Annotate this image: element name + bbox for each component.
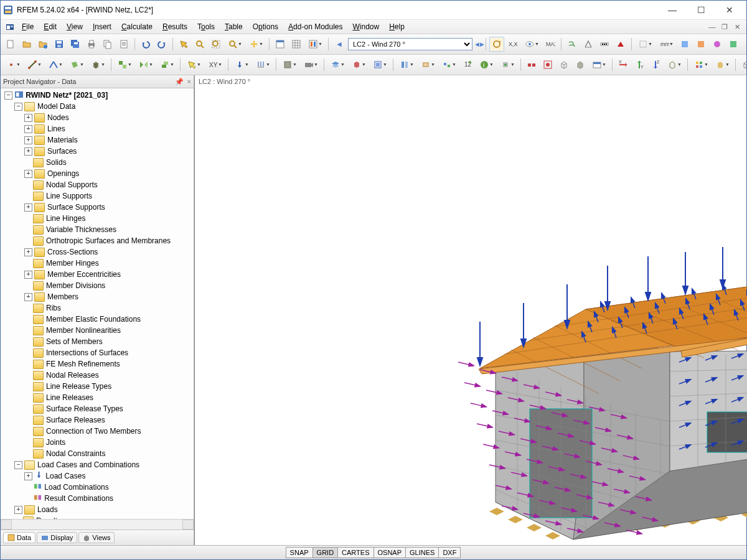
mdi-icon[interactable] [3,21,17,32]
extrude-tool[interactable]: ▼ [157,57,177,72]
tree-cross-sections[interactable]: Cross-Sections [47,248,98,256]
open-project-button[interactable] [35,37,50,52]
tab-display[interactable]: Display [37,532,77,543]
tree-line-supports[interactable]: Line Supports [46,192,92,200]
tree-h-scrollbar[interactable] [1,519,194,530]
max-values-button[interactable]: MAX [543,37,558,52]
wireframe-button[interactable] [739,57,746,72]
zoom-window-button[interactable] [192,37,207,52]
print-button[interactable] [84,37,99,52]
tree-member-divisions[interactable]: Member Divisions [46,281,105,290]
open-file-button[interactable] [19,37,34,52]
line-load-tool[interactable]: ▼ [253,57,273,72]
status-grid-button[interactable]: GRID [312,547,339,558]
iso-button[interactable]: ▼ [664,57,684,72]
status-cartes-button[interactable]: CARTES [337,547,374,558]
render-tool[interactable]: ▼ [349,57,369,72]
table-button[interactable] [289,37,304,52]
status-osnap-button[interactable]: OSNAP [374,547,406,558]
loadcase-prev-button[interactable]: ◄ [474,37,477,51]
node-tool[interactable]: ▼ [3,57,23,72]
tree-load-combinations[interactable]: Load Combinations [44,483,108,492]
pan-button[interactable]: ▼ [246,37,266,52]
tree-members[interactable]: Members [47,292,78,301]
tree-load-cases-combinations[interactable]: Load Cases and Combinations [37,460,139,469]
mirror-tool[interactable]: ▼ [136,57,156,72]
report-button[interactable] [116,37,131,52]
loadcase-next-button[interactable]: ► [479,37,482,51]
minimize-button[interactable]: — [658,1,687,19]
menu-options[interactable]: Options [248,21,283,32]
module-2-button[interactable] [693,37,708,52]
tree-connection-two-members[interactable]: Connection of Two Members [46,427,141,436]
viewport[interactable]: LC2 : Wind 270 ° [194,75,746,545]
tree-sets-of-members[interactable]: Sets of Members [46,337,103,346]
check-2-button[interactable] [557,57,571,72]
units-button[interactable]: mm▼ [656,37,676,52]
show-results-button[interactable]: ▼ [522,37,542,52]
zoom-extents-button[interactable] [209,37,223,52]
save-all-button[interactable] [68,37,83,52]
tree-orthotropic[interactable]: Orthotropic Surfaces and Membranes [46,236,171,245]
box-tool[interactable]: ▼ [370,57,390,72]
tree-model-data[interactable]: Model Data [37,102,75,111]
maximize-button[interactable]: ☐ [687,1,715,19]
snap-tool[interactable]: ▼ [497,57,517,72]
module-4-button[interactable] [726,37,741,52]
close-panel-icon[interactable]: × [187,78,191,86]
views-tool[interactable]: ▼ [280,57,299,72]
nav-back-button[interactable]: ◄ [332,37,347,52]
menu-tools[interactable]: Tools [192,21,220,32]
tree-member-nonlinearities[interactable]: Member Nonlinearities [46,326,121,335]
tab-data[interactable]: Data [3,532,35,543]
zoom-button[interactable]: ▼ [225,37,245,52]
wind-button[interactable] [565,37,580,52]
menu-calculate[interactable]: Calculate [116,21,157,32]
tree-nodal-supports[interactable]: Nodal Supports [46,180,98,189]
check-4-button[interactable]: ▼ [589,57,609,72]
menu-file[interactable]: File [17,21,39,32]
menu-results[interactable]: Results [157,21,192,32]
mdi-restore-button[interactable]: ❐ [720,22,729,31]
tab-views[interactable]: Views [78,532,115,543]
tree-result-combinations[interactable]: Result Combinations [44,494,113,503]
select-tool[interactable]: ▼ [184,57,204,72]
tree-lines[interactable]: Lines [47,124,65,133]
check-3-button[interactable] [573,57,588,72]
tree-loads[interactable]: Loads [37,505,58,514]
camera-tool[interactable]: ▼ [301,57,321,72]
tree-member-elastic-foundations[interactable]: Member Elastic Foundations [46,315,141,324]
menu-addons[interactable]: Add-on Modules [283,21,347,32]
status-glines-button[interactable]: GLINES [405,547,439,558]
guidelines-button[interactable]: ▼ [635,37,655,52]
menu-insert[interactable]: Insert [88,21,116,32]
tree-materials[interactable]: Materials [47,136,78,144]
tree-solids[interactable]: Solids [46,158,67,167]
calculate-button[interactable] [581,37,596,52]
redo-button[interactable] [154,37,169,52]
tree-root[interactable]: RWIND Netz* [2021_03] [26,91,108,100]
tree-variable-thicknesses[interactable]: Variable Thicknesses [46,225,116,234]
mdi-close-button[interactable]: ✕ [733,22,741,31]
loadcase-combo[interactable]: LC2 - Wind 270 ° [348,38,472,50]
module-3-button[interactable] [710,37,725,52]
axis-y-button[interactable]: Y [632,57,647,72]
tree-member-eccentricities[interactable]: Member Eccentricities [47,270,121,279]
tree-nodes[interactable]: Nodes [47,113,69,122]
tree-surface-supports[interactable]: Surface Supports [47,203,105,212]
color-tool[interactable]: ▼ [691,57,711,72]
pin-icon[interactable]: 📌 [175,78,184,86]
measure-button[interactable]: X,XX [505,37,520,52]
menu-help[interactable]: Help [384,21,410,32]
clip-tool[interactable]: ▼ [418,57,438,72]
tree-load-cases[interactable]: Load Cases [45,472,85,480]
tree-surface-release-types[interactable]: Surface Release Types [46,404,123,413]
tree-line-release-types[interactable]: Line Release Types [46,382,111,391]
menu-edit[interactable]: Edit [39,21,62,32]
menu-view[interactable]: View [62,21,88,32]
close-button[interactable]: ✕ [715,1,744,19]
tree-ribs[interactable]: Ribs [46,304,61,312]
display-mode-tool[interactable]: ▼ [712,57,732,72]
line-tool[interactable]: ▼ [24,57,44,72]
save-button[interactable] [52,37,67,52]
